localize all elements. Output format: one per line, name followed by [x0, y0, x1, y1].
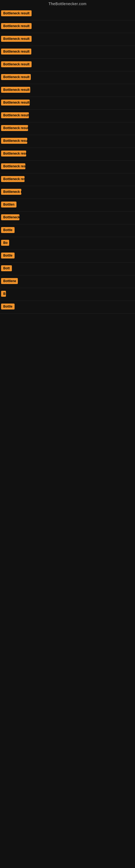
bottleneck-row: Bottleneck result [0, 110, 135, 122]
bottleneck-badge-3[interactable]: Bottleneck result [1, 36, 32, 42]
bottleneck-badge-17[interactable]: Bottleneck [1, 214, 19, 220]
bottleneck-row: Bott [0, 262, 135, 275]
bottleneck-row: Bottleneck [0, 212, 135, 224]
bottleneck-badge-4[interactable]: Bottleneck result [1, 49, 31, 55]
bottleneck-badge-1[interactable]: Bottleneck result [1, 10, 32, 16]
bottleneck-row: Bottlen [0, 199, 135, 212]
bottleneck-row: Bottle [0, 301, 135, 314]
bottleneck-row: Bottleneck result [0, 71, 135, 84]
bottleneck-row: Bottleneck result [0, 59, 135, 71]
bottleneck-badge-22[interactable]: Bottlene [1, 278, 18, 284]
bottleneck-row: Bottle [0, 224, 135, 237]
bottleneck-badge-6[interactable]: Bottleneck result [1, 74, 31, 80]
bottleneck-badge-7[interactable]: Bottleneck result [1, 87, 30, 93]
bottleneck-badge-8[interactable]: Bottleneck result [1, 99, 30, 105]
bottleneck-badge-20[interactable]: Bottle [1, 252, 14, 258]
bottleneck-badge-16[interactable]: Bottlen [1, 202, 16, 208]
bottleneck-row: B [0, 288, 135, 301]
bottleneck-row: Bottlene [0, 275, 135, 288]
bottleneck-row: Bottleneck result [0, 135, 135, 148]
bottleneck-row: Bottleneck result [0, 122, 135, 135]
bottleneck-row: Bottleneck resul [0, 148, 135, 161]
bottleneck-row: Bottleneck r [0, 186, 135, 199]
bottleneck-badge-5[interactable]: Bottleneck result [1, 61, 32, 67]
bottleneck-row: Bottleneck result [0, 173, 135, 186]
bottleneck-row: Bottleneck result [0, 84, 135, 97]
bottleneck-row: Bottle [0, 250, 135, 262]
bottleneck-row: Bottleneck result [0, 20, 135, 33]
bottleneck-row: Bo [0, 237, 135, 250]
bottleneck-badge-10[interactable]: Bottleneck result [1, 125, 28, 131]
bottleneck-row: Bottleneck result [0, 46, 135, 59]
bottleneck-badge-21[interactable]: Bott [1, 265, 12, 271]
bottleneck-badge-2[interactable]: Bottleneck result [1, 23, 32, 29]
bottleneck-badge-24[interactable]: Bottle [1, 304, 14, 310]
bottleneck-badge-9[interactable]: Bottleneck result [1, 112, 29, 118]
bottleneck-badge-15[interactable]: Bottleneck r [1, 189, 21, 195]
bottleneck-row: Bottleneck result [0, 8, 135, 20]
bottleneck-badge-11[interactable]: Bottleneck result [1, 138, 27, 144]
bottleneck-row: Bottleneck result [0, 33, 135, 46]
site-title: TheBottlenecker.com [0, 0, 135, 8]
bottleneck-badge-14[interactable]: Bottleneck result [1, 176, 25, 182]
bottleneck-badge-12[interactable]: Bottleneck resul [1, 151, 26, 156]
bottleneck-row: Bottleneck result [0, 161, 135, 173]
bottleneck-badge-23[interactable]: B [1, 291, 6, 297]
bottleneck-badge-13[interactable]: Bottleneck result [1, 163, 26, 169]
bottleneck-badge-19[interactable]: Bo [1, 240, 9, 246]
bottleneck-row: Bottleneck result [0, 97, 135, 110]
bottleneck-badge-18[interactable]: Bottle [1, 227, 14, 233]
